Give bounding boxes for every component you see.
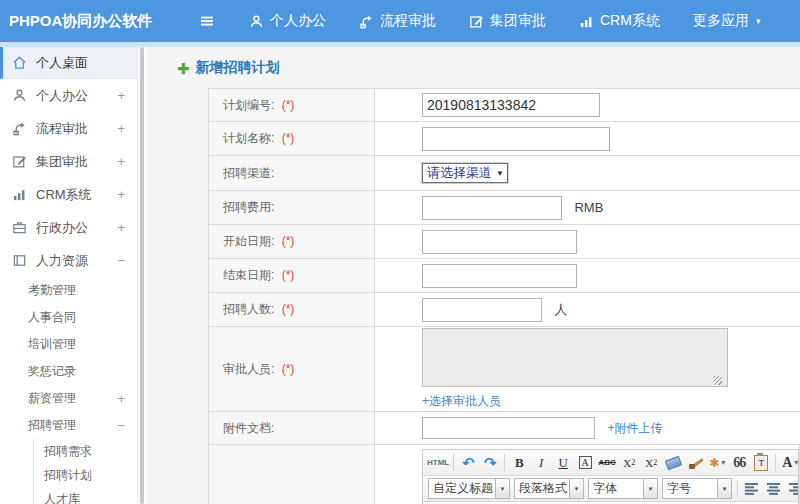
sidebar: 个人桌面 个人办公 + 流程审批 + 集团审批 (0, 47, 137, 504)
recruit-cost-input[interactable] (422, 196, 562, 220)
sidebar-item-reward-punishment[interactable]: 奖惩记录 (0, 358, 137, 385)
sidebar-item-label: 个人桌面 (36, 54, 88, 72)
bar-chart-icon (12, 187, 28, 202)
sidebar-item-workflow-approval[interactable]: 流程审批 + (0, 112, 137, 145)
sidebar-item-label: 人力资源 (36, 252, 88, 270)
scrollbar-thumb[interactable] (140, 47, 144, 504)
start-date-input[interactable] (422, 230, 577, 254)
sidebar-item-label: 流程审批 (36, 120, 88, 138)
custom-title-dropdown[interactable]: 自定义标题 ▾ (428, 478, 510, 499)
headcount-input[interactable] (422, 298, 542, 322)
sidebar-scrollbar[interactable] (137, 47, 147, 504)
sidebar-item-admin-office[interactable]: 行政办公 + (0, 211, 137, 244)
sidebar-item-training-mgmt[interactable]: 培训管理 (0, 331, 137, 358)
expand-toggle[interactable]: + (117, 121, 125, 136)
nav-item-more-apps[interactable]: 更多应用 ▾ (693, 12, 761, 30)
approvers-textarea[interactable] (422, 328, 728, 387)
field-label-plan-name: 计划名称: (223, 131, 274, 145)
nav-item-personal-office[interactable]: 个人办公 (249, 12, 326, 30)
strikethrough-button[interactable]: ABC (597, 452, 617, 473)
sidebar-item-label: 薪资管理 (28, 390, 76, 407)
nav-item-group-approval[interactable]: 集团审批 (469, 12, 546, 30)
editor-toolbar-row2: 自定义标题 ▾ 段落格式 ▾ 字体 ▾ (423, 476, 798, 502)
toolbar-separator (504, 454, 505, 471)
collapse-toggle[interactable]: − (117, 253, 125, 268)
paste-button[interactable]: T (751, 452, 771, 473)
expand-toggle[interactable]: + (117, 154, 125, 169)
sidebar-item-label: 培训管理 (28, 336, 76, 353)
sidebar-item-talent-pool[interactable]: 人才库 (34, 487, 137, 504)
nav-item-workflow-approval[interactable]: 流程审批 (359, 12, 436, 30)
underline-button[interactable]: U (553, 452, 573, 473)
plan-number-input[interactable] (422, 93, 600, 117)
caret-down-icon: ▾ (569, 479, 583, 498)
nav-item-crm-system[interactable]: CRM系统 (579, 12, 660, 30)
expand-toggle[interactable]: + (117, 391, 125, 406)
font-size-dropdown[interactable]: 字号 ▾ (662, 478, 732, 499)
boxed-a-icon: A (579, 456, 592, 469)
collapse-toggle[interactable]: − (117, 418, 125, 433)
align-center-button[interactable] (764, 478, 784, 499)
sidebar-item-group-approval[interactable]: 集团审批 + (0, 145, 137, 178)
auto-format-button[interactable]: ✱▾ (707, 452, 727, 473)
field-label-end-date: 结束日期: (223, 268, 274, 282)
editor-label-cell (209, 445, 375, 504)
sidebar-item-attendance-mgmt[interactable]: 考勤管理 (0, 277, 137, 304)
required-marker: (*) (282, 302, 295, 316)
font-family-dropdown[interactable]: 字体 ▾ (588, 478, 658, 499)
sidebar-item-recruit-mgmt[interactable]: 招聘管理 − (0, 412, 137, 439)
brush-icon (688, 455, 703, 470)
dropdown-value: 段落格式 (515, 479, 569, 498)
sidebar-item-label: 招聘管理 (28, 417, 76, 434)
unit-suffix: 人 (554, 302, 567, 317)
redo-button[interactable]: ↷ (480, 452, 500, 473)
expand-toggle[interactable]: + (117, 187, 125, 202)
sidebar-item-recruit-demand[interactable]: 招聘需求 (34, 439, 137, 463)
format-painter-button[interactable] (685, 452, 705, 473)
nav-item-label: 个人办公 (270, 12, 326, 30)
sidebar-item-crm-system[interactable]: CRM系统 + (0, 178, 137, 211)
resize-handle-icon[interactable] (713, 376, 722, 385)
end-date-input[interactable] (422, 264, 577, 288)
expand-toggle[interactable]: + (117, 88, 125, 103)
bar-chart-icon (579, 14, 594, 29)
book-icon (12, 253, 28, 268)
sup-base: X (623, 457, 631, 469)
sidebar-item-human-resources[interactable]: 人力资源 − (0, 244, 137, 277)
choose-approvers-link[interactable]: +选择审批人员 (422, 394, 501, 408)
superscript-button[interactable]: X2 (619, 452, 639, 473)
font-color-button[interactable]: A▾ (780, 452, 798, 473)
add-icon: ✚ (177, 61, 190, 76)
channel-select[interactable]: 请选择渠道 ▼ (422, 163, 508, 183)
edit-square-icon (12, 154, 28, 169)
attachment-upload-link[interactable]: +附件上传 (607, 421, 662, 435)
plan-name-input[interactable] (422, 127, 610, 151)
sidebar-item-salary-mgmt[interactable]: 薪资管理 + (0, 385, 137, 412)
spray-icon: ✱ (709, 456, 719, 470)
italic-button[interactable]: I (531, 452, 551, 473)
bold-button[interactable]: B (509, 452, 529, 473)
nav-item-label: 流程审批 (380, 12, 436, 30)
field-label-plan-number: 计划编号: (223, 98, 274, 112)
sidebar-item-recruit-plan[interactable]: 招聘计划 (34, 463, 137, 487)
sidebar-item-personal-desktop[interactable]: 个人桌面 (0, 47, 137, 79)
attachment-input[interactable] (422, 417, 595, 439)
html-source-button[interactable]: HTML (427, 452, 449, 473)
expand-toggle[interactable]: + (117, 220, 125, 235)
paragraph-format-dropdown[interactable]: 段落格式 ▾ (514, 478, 584, 499)
eraser-button[interactable] (663, 452, 683, 473)
sidebar-item-label: 个人办公 (36, 87, 88, 105)
sidebar-item-personal-office[interactable]: 个人办公 + (0, 79, 137, 112)
sidebar-item-hr-contract[interactable]: 人事合同 (0, 304, 137, 331)
flow-icon (12, 121, 28, 136)
font-color-icon: A (782, 455, 792, 471)
align-right-button[interactable] (786, 478, 798, 499)
align-left-button[interactable] (742, 478, 762, 499)
dropdown-value: 字号 (663, 479, 717, 498)
hamburger-menu-button[interactable] (197, 11, 217, 31)
field-label-recruit-channel: 招聘渠道: (223, 166, 274, 180)
font-size-box-button[interactable]: A (575, 452, 595, 473)
undo-button[interactable]: ↶ (458, 452, 478, 473)
subscript-button[interactable]: X2 (641, 452, 661, 473)
blockquote-button[interactable]: 66 (729, 452, 749, 473)
